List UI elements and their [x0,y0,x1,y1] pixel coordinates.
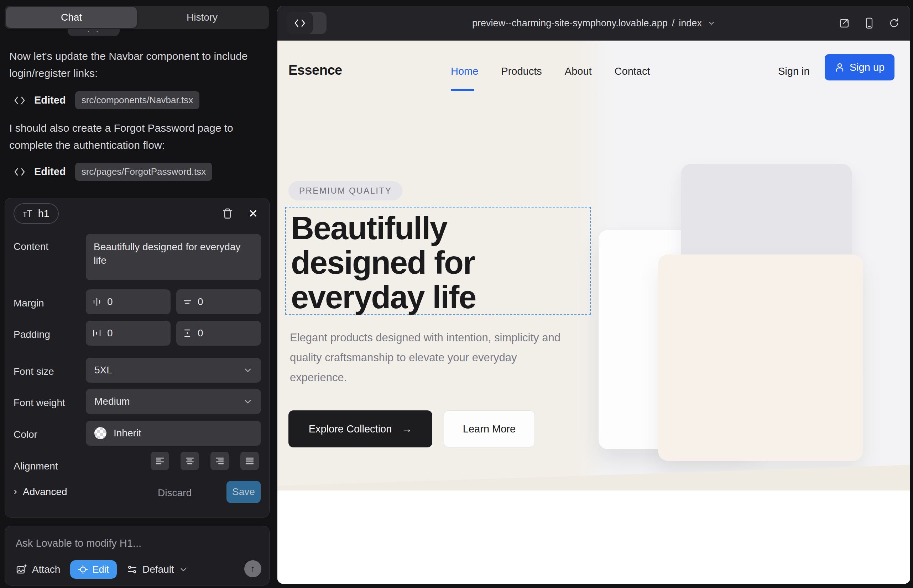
site-nav: Home Products About Contact [451,66,650,77]
browser-actions [838,6,900,40]
hero-card-cream [658,255,863,461]
color-field[interactable]: Inherit [86,421,261,446]
open-in-new-tab-button[interactable] [838,17,850,29]
align-right-icon [215,456,225,466]
chevron-down-icon [243,397,253,406]
next-section [277,491,910,584]
lovable-app-window: Chat History · · Now let's update the Na… [0,0,913,588]
chat-history-tabs: Chat History [5,6,269,29]
delete-element-button[interactable] [222,207,233,220]
code-preview-toggle [287,12,327,34]
element-tag: h1 [38,208,50,220]
nav-link-home[interactable]: Home [451,66,478,77]
padding-label: Padding [13,329,50,340]
font-size-value: 5XL [94,365,112,376]
nav-link-products[interactable]: Products [501,66,542,77]
font-weight-select[interactable]: Medium [86,389,261,414]
element-editor-panel: тT h1 ✕ Content Beautifully designed for… [5,198,270,517]
edited-file-row: Edited src/pages/ForgotPassword.tsx [14,163,212,181]
nav-link-about[interactable]: About [565,66,592,77]
font-weight-value: Medium [94,396,130,407]
align-right-button[interactable] [210,452,229,470]
arrow-up-icon: ↑ [250,563,255,575]
margin-y-input[interactable] [197,296,233,307]
edited-label: Edited [34,94,66,106]
align-center-icon [185,456,195,466]
code-icon [14,167,25,176]
url-bar[interactable]: preview--charming-site-symphony.lovable.… [277,6,910,40]
explore-label: Explore Collection [309,423,392,435]
url-path: index [679,18,702,29]
save-button[interactable]: Save [227,481,261,503]
align-justify-icon [244,456,254,466]
hero-headline[interactable]: Beautifully designed for everyday life [291,211,586,315]
selected-element-pill[interactable]: тT h1 [13,203,59,224]
refresh-button[interactable] [888,17,900,29]
mobile-view-button[interactable] [863,17,875,29]
font-size-select[interactable]: 5XL [86,358,261,383]
advanced-toggle[interactable]: › Advanced [13,486,67,498]
chat-message: I should also create a Forgot Password p… [9,120,251,154]
edit-mode-button[interactable]: Edit [70,560,117,579]
margin-vertical-icon [183,297,192,307]
mode-label: Default [142,564,174,575]
padding-x-field[interactable] [86,321,170,346]
crosshair-icon [78,564,88,575]
site-logo[interactable]: Essence [288,63,342,78]
margin-x-field[interactable] [86,289,170,314]
chat-message: Now let's update the Navbar component to… [9,48,251,82]
color-swatch [94,427,107,439]
sign-in-link[interactable]: Sign in [778,66,810,77]
file-chip[interactable]: src/pages/ForgotPassword.tsx [75,163,212,181]
content-input[interactable]: Beautifully designed for everyday life [86,234,261,280]
discard-button[interactable]: Discard [158,487,191,499]
code-view-button[interactable] [287,12,313,34]
content-label: Content [13,241,49,252]
align-left-button[interactable] [151,452,169,470]
smartphone-icon [864,18,874,29]
send-button[interactable]: ↑ [244,560,261,577]
user-icon [835,62,845,72]
chevron-down-icon [179,565,188,574]
margin-x-input[interactable] [107,296,143,307]
margin-y-field[interactable] [176,289,261,314]
trash-icon [222,208,233,219]
chevron-right-icon: › [13,485,17,497]
padding-x-input[interactable] [107,328,143,339]
file-chip[interactable]: src/components/Navbar.tsx [75,91,200,109]
padding-y-input[interactable] [197,328,233,339]
attach-button[interactable]: Attach [16,564,60,575]
url-text: preview--charming-site-symphony.lovable.… [472,18,668,29]
font-weight-label: Font weight [13,397,65,409]
learn-more-button[interactable]: Learn More [444,410,535,447]
attach-image-icon [16,564,27,575]
padding-vertical-icon [183,328,192,338]
close-panel-button[interactable]: ✕ [247,207,259,220]
tab-history[interactable]: History [137,7,267,28]
sign-up-button[interactable]: Sign up [825,54,895,81]
sign-up-label: Sign up [850,61,884,73]
explore-collection-button[interactable]: Explore Collection → [288,410,432,447]
edited-file-row: Edited src/components/Navbar.tsx [14,91,199,109]
close-icon: ✕ [249,207,258,220]
browser-header: preview--charming-site-symphony.lovable.… [277,6,910,40]
sliders-icon [127,564,138,575]
color-value: Inherit [113,428,141,439]
scrolled-chip-partial[interactable]: · · [68,29,120,36]
nav-link-contact[interactable]: Contact [615,66,650,77]
mode-selector[interactable]: Default [127,564,188,575]
code-icon [295,19,305,27]
tab-chat[interactable]: Chat [6,7,137,28]
chevron-down-icon [707,19,716,27]
margin-label: Margin [13,297,44,309]
align-center-button[interactable] [181,452,199,470]
alignment-label: Alignment [13,460,58,472]
preview-browser-frame: preview--charming-site-symphony.lovable.… [277,6,910,584]
composer-input[interactable] [16,538,251,549]
align-justify-button[interactable] [240,452,259,470]
refresh-icon [889,18,900,29]
edited-label: Edited [34,166,66,178]
hero-description: Elegant products designed with intention… [290,328,564,388]
padding-y-field[interactable] [176,321,261,346]
margin-horizontal-icon [92,297,102,307]
